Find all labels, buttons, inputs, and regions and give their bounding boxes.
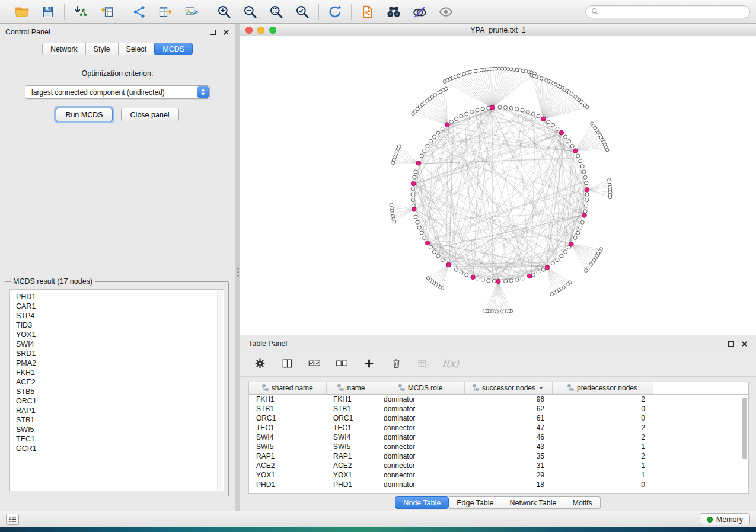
table-row[interactable]: RAP1RAP1dominator352 bbox=[249, 451, 748, 461]
cell-mcds-role[interactable]: connector bbox=[377, 442, 464, 451]
mcds-result-item[interactable]: TID3 bbox=[16, 321, 224, 330]
mcds-result-item[interactable]: STP4 bbox=[16, 311, 224, 321]
close-panel-icon[interactable] bbox=[223, 29, 229, 36]
split-pane-grip[interactable] bbox=[236, 268, 240, 277]
show-columns-button[interactable] bbox=[279, 356, 295, 371]
cell-shared-name[interactable]: RAP1 bbox=[249, 451, 326, 461]
cell-shared-name[interactable]: FKH1 bbox=[249, 394, 326, 404]
cell-name[interactable]: STB1 bbox=[326, 404, 377, 414]
cell-name[interactable]: SWI4 bbox=[326, 432, 377, 442]
cell-mcds-role[interactable]: connector bbox=[377, 470, 464, 480]
table-row[interactable]: YOX1YOX1connector291 bbox=[249, 470, 748, 480]
cell-shared-name[interactable]: ORC1 bbox=[249, 414, 326, 423]
select-all-rows-button[interactable] bbox=[307, 356, 322, 371]
cell-successor-nodes[interactable]: 18 bbox=[464, 480, 552, 489]
table-row[interactable]: SWI5SWI5connector431 bbox=[249, 442, 748, 451]
cell-successor-nodes[interactable]: 43 bbox=[464, 442, 552, 451]
apply-layout-button[interactable] bbox=[325, 3, 345, 21]
tab-network[interactable]: Network bbox=[42, 43, 86, 55]
cell-name[interactable]: PHD1 bbox=[326, 480, 377, 489]
export-image-button[interactable] bbox=[181, 3, 202, 21]
cell-successor-nodes[interactable]: 61 bbox=[464, 414, 552, 423]
cell-name[interactable]: SWI5 bbox=[326, 442, 377, 451]
cell-predecessor-nodes[interactable]: 1 bbox=[552, 442, 653, 451]
mcds-result-list[interactable]: PHD1CAR1STP4TID3YOX1SWI4SRD1PMA2FKH1ACE2… bbox=[9, 289, 224, 491]
mcds-result-item[interactable]: ORC1 bbox=[16, 396, 224, 406]
mcds-result-item[interactable]: GCR1 bbox=[16, 444, 224, 453]
cell-mcds-role[interactable]: dominator bbox=[377, 432, 464, 442]
export-network-button[interactable] bbox=[129, 3, 149, 21]
run-mcds-button[interactable]: Run MCDS bbox=[56, 108, 112, 121]
tab-style[interactable]: Style bbox=[86, 43, 119, 55]
float-panel-icon[interactable] bbox=[210, 30, 216, 35]
add-column-button[interactable] bbox=[361, 356, 377, 371]
mcds-result-item[interactable]: ACE2 bbox=[16, 377, 224, 387]
mcds-result-item[interactable]: TEC1 bbox=[16, 434, 224, 444]
table-settings-button[interactable] bbox=[252, 356, 267, 371]
tab-mcds[interactable]: MCDS bbox=[154, 43, 193, 55]
tab-network-table[interactable]: Network Table bbox=[502, 496, 565, 509]
cell-name[interactable]: YOX1 bbox=[326, 470, 377, 480]
cell-predecessor-nodes[interactable]: 0 bbox=[552, 480, 653, 489]
table-row[interactable]: ORC1ORC1dominator610 bbox=[249, 414, 748, 423]
cell-shared-name[interactable]: PHD1 bbox=[249, 480, 326, 489]
mcds-result-item[interactable]: FKH1 bbox=[16, 368, 224, 377]
float-table-panel-icon[interactable] bbox=[728, 341, 734, 347]
mcds-result-item[interactable]: PMA2 bbox=[16, 358, 224, 368]
cell-predecessor-nodes[interactable]: 2 bbox=[552, 451, 653, 461]
mcds-result-item[interactable]: CAR1 bbox=[16, 302, 224, 311]
mcds-result-item[interactable]: RAP1 bbox=[16, 406, 224, 415]
cell-mcds-role[interactable]: connector bbox=[377, 461, 464, 470]
table-scrollbar-thumb[interactable] bbox=[742, 398, 747, 459]
cell-successor-nodes[interactable]: 62 bbox=[464, 404, 552, 414]
zoom-fit-button[interactable] bbox=[266, 3, 286, 21]
cell-successor-nodes[interactable]: 29 bbox=[464, 470, 552, 480]
cell-shared-name[interactable]: STB1 bbox=[249, 404, 326, 414]
cell-shared-name[interactable]: SWI4 bbox=[249, 432, 326, 442]
cell-name[interactable]: FKH1 bbox=[326, 394, 377, 404]
table-row[interactable]: SWI4SWI4dominator462 bbox=[249, 432, 748, 442]
cell-mcds-role[interactable]: dominator bbox=[377, 414, 464, 423]
close-window-icon[interactable] bbox=[245, 27, 253, 34]
show-hide-button[interactable] bbox=[436, 3, 456, 21]
mcds-result-item[interactable]: SWI4 bbox=[16, 339, 224, 349]
tab-motifs[interactable]: Motifs bbox=[564, 496, 600, 509]
cell-successor-nodes[interactable]: 35 bbox=[464, 451, 552, 461]
cell-successor-nodes[interactable]: 31 bbox=[464, 461, 552, 470]
cell-mcds-role[interactable]: dominator bbox=[377, 404, 464, 414]
import-table-button[interactable] bbox=[97, 3, 117, 21]
cell-name[interactable]: ORC1 bbox=[326, 414, 377, 423]
table-row[interactable]: STB1STB1dominator620 bbox=[249, 404, 748, 414]
optimization-criterion-select[interactable]: largest connected component (undirected) bbox=[25, 85, 210, 99]
column-header-predecessor-nodes[interactable]: predecessor nodes bbox=[552, 382, 653, 394]
cell-predecessor-nodes[interactable]: 0 bbox=[552, 404, 653, 414]
zoom-in-button[interactable] bbox=[214, 3, 234, 21]
task-history-button[interactable] bbox=[6, 514, 19, 525]
filter-button[interactable] bbox=[410, 3, 430, 21]
new-network-from-selection-button[interactable] bbox=[358, 3, 378, 21]
memory-button[interactable]: Memory bbox=[700, 513, 750, 525]
cell-shared-name[interactable]: YOX1 bbox=[249, 470, 326, 480]
table-row[interactable]: TEC1TEC1connector472 bbox=[249, 423, 748, 432]
cell-predecessor-nodes[interactable]: 1 bbox=[552, 461, 653, 470]
find-button[interactable] bbox=[384, 3, 404, 21]
cell-successor-nodes[interactable]: 46 bbox=[464, 432, 552, 442]
minimize-window-icon[interactable] bbox=[257, 27, 264, 34]
maximize-window-icon[interactable] bbox=[269, 27, 276, 34]
mcds-result-item[interactable]: STB5 bbox=[16, 387, 224, 396]
open-session-button[interactable] bbox=[12, 3, 32, 21]
zoom-out-button[interactable] bbox=[240, 3, 260, 21]
cell-name[interactable]: RAP1 bbox=[326, 451, 377, 461]
cell-predecessor-nodes[interactable]: 2 bbox=[552, 432, 653, 442]
mcds-result-item[interactable]: STB1 bbox=[16, 415, 224, 425]
save-session-button[interactable] bbox=[38, 3, 58, 21]
cell-mcds-role[interactable]: dominator bbox=[377, 480, 464, 489]
column-header-name[interactable]: name bbox=[326, 382, 377, 394]
cell-shared-name[interactable]: ACE2 bbox=[249, 461, 326, 470]
close-table-panel-icon[interactable] bbox=[741, 341, 748, 347]
cell-successor-nodes[interactable]: 96 bbox=[464, 394, 552, 404]
cell-name[interactable]: ACE2 bbox=[326, 461, 377, 470]
search-input[interactable] bbox=[602, 8, 744, 16]
cell-predecessor-nodes[interactable]: 2 bbox=[552, 423, 653, 432]
cell-mcds-role[interactable]: dominator bbox=[377, 394, 464, 404]
